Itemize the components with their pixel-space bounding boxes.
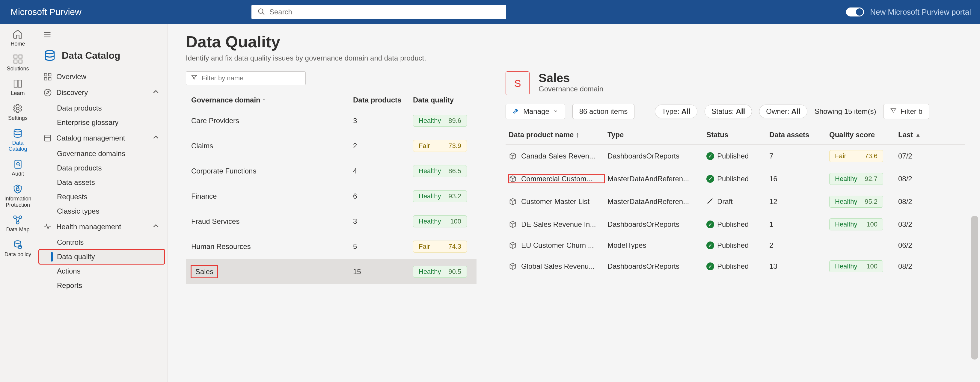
check-icon: ✓ (706, 175, 714, 183)
nav-cm-gov-domains[interactable]: Governance domains (39, 146, 164, 161)
manage-button[interactable]: Manage (506, 103, 565, 119)
dp-table-header: Data product name ↑ Type Status Data ass… (506, 125, 965, 145)
nav-cm-data-assets[interactable]: Data assets (39, 175, 164, 189)
rail-data-catalog[interactable]: Data Catalog (8, 128, 27, 152)
portal-toggle[interactable] (846, 8, 864, 16)
nav-cm-classic-types[interactable]: Classic types (39, 204, 164, 218)
svg-point-19 (45, 51, 54, 54)
data-product-row[interactable]: Customer Master ListMasterDataAndReferen… (506, 190, 965, 213)
col-gov-domain[interactable]: Governance domain (191, 96, 353, 104)
nav-cm-data-products[interactable]: Data products (39, 161, 164, 175)
dp-name: Canada Sales Reven... (509, 152, 605, 160)
filter-input[interactable] (202, 74, 301, 82)
rail-settings[interactable]: Settings (8, 103, 27, 121)
rail-data-policy[interactable]: Data policy (5, 239, 31, 258)
dp-last: 08/2 (898, 262, 940, 271)
draft-icon (706, 197, 714, 207)
filter-button[interactable]: Filter b (883, 104, 929, 119)
domain-row[interactable]: Corporate Functions4Healthy86.5 (186, 159, 477, 184)
nav-hm-controls[interactable]: Controls (39, 235, 164, 250)
hamburger-icon[interactable] (43, 30, 160, 41)
dp-quality: Fair73.6 (829, 150, 895, 162)
domain-quality: Healthy86.5 (413, 165, 482, 177)
pill-status[interactable]: Status: All (705, 105, 752, 118)
svg-point-13 (16, 221, 19, 224)
col-data-quality[interactable]: Data quality (413, 96, 482, 104)
scrollbar[interactable] (971, 216, 978, 360)
rail-learn[interactable]: Learn (11, 78, 25, 97)
data-product-row[interactable]: EU Customer Churn ...ModelTypes✓Publishe… (506, 236, 965, 255)
svg-rect-5 (19, 60, 22, 63)
domain-quality: Healthy100 (413, 215, 482, 228)
data-product-row[interactable]: Canada Sales Reven...DashboardsOrReports… (506, 145, 965, 167)
global-search[interactable] (251, 5, 506, 19)
domain-quality: Fair73.9 (413, 140, 482, 152)
col-dp-qs[interactable]: Quality score (829, 131, 895, 139)
rail-info-protection[interactable]: Information Protection (4, 184, 31, 208)
pill-type[interactable]: Type: All (655, 105, 697, 118)
svg-point-6 (16, 107, 19, 110)
col-dp-status[interactable]: Status (706, 131, 766, 139)
data-product-row[interactable]: DE Sales Revenue In...DashboardsOrReport… (506, 213, 965, 236)
col-dp-type[interactable]: Type (608, 131, 703, 139)
domain-row[interactable]: Claims2Fair73.9 (186, 133, 477, 159)
svg-point-7 (14, 129, 21, 132)
dp-type: MasterDataAndReferen... (608, 197, 703, 206)
filter-by-name[interactable] (186, 71, 306, 85)
page-title: Data Quality (186, 32, 968, 51)
dp-name: Global Sales Revenu... (509, 262, 605, 271)
rail-solutions[interactable]: Solutions (6, 54, 29, 72)
col-data-products[interactable]: Data products (353, 96, 413, 104)
domain-title: Sales (539, 71, 603, 85)
nav-discovery[interactable]: Discovery (39, 84, 164, 101)
data-product-row[interactable]: Global Sales Revenu...DashboardsOrReport… (506, 255, 965, 278)
dp-quality: -- (829, 241, 895, 250)
col-dp-name[interactable]: Data product name ↑ (509, 131, 605, 139)
domain-product-count: 4 (353, 167, 413, 175)
dp-assets: 2 (769, 241, 826, 250)
svg-rect-2 (14, 55, 17, 58)
data-product-row[interactable]: Commercial Custom...MasterDataAndReferen… (506, 167, 965, 190)
pill-owner[interactable]: Owner: All (759, 105, 807, 118)
panel-title: Data Catalog (43, 49, 160, 62)
action-items-button[interactable]: 86 action items (573, 104, 635, 119)
nav-hm-actions[interactable]: Actions (39, 264, 164, 279)
col-dp-last[interactable]: Last▲ (898, 131, 940, 139)
dp-status: ✓Published (706, 175, 766, 183)
svg-rect-10 (16, 188, 19, 191)
search-input[interactable] (269, 8, 500, 16)
nav-hm-data-quality[interactable]: Data quality (39, 250, 164, 264)
domain-row[interactable]: Sales15Healthy90.5 (186, 259, 477, 284)
rail-data-map[interactable]: Data Map (6, 215, 29, 233)
dp-status: ✓Published (706, 262, 766, 271)
svg-rect-23 (49, 78, 51, 80)
nav-cm-requests[interactable]: Requests (39, 189, 164, 204)
col-dp-assets[interactable]: Data assets (769, 131, 826, 139)
svg-rect-20 (45, 73, 47, 76)
nav-panel: Data Catalog Overview Discovery Data pro… (36, 24, 168, 382)
domain-row[interactable]: Human Resources5Fair74.3 (186, 234, 477, 259)
nav-discovery-glossary[interactable]: Enterprise glossary (39, 115, 164, 130)
domain-name: Corporate Functions (191, 167, 353, 175)
domain-name: Fraud Services (191, 217, 353, 226)
nav-discovery-data-products[interactable]: Data products (39, 101, 164, 115)
nav-health-mgmt[interactable]: Health management (39, 218, 164, 235)
rail-audit[interactable]: Audit (12, 159, 24, 177)
nav-overview[interactable]: Overview (39, 69, 164, 84)
check-icon: ✓ (706, 263, 714, 270)
domain-name: Sales (191, 266, 353, 278)
domain-row[interactable]: Finance6Healthy93.2 (186, 184, 477, 209)
domain-product-count: 15 (353, 267, 413, 276)
domain-row[interactable]: Care Providers3Healthy89.6 (186, 108, 477, 133)
dp-status: ✓Published (706, 152, 766, 160)
dp-quality: Healthy100 (829, 218, 895, 231)
rail-home[interactable]: Home (11, 29, 25, 47)
domain-product-count: 5 (353, 242, 413, 251)
chevron-down-icon (553, 107, 558, 116)
nav-catalog-mgmt[interactable]: Catalog management (39, 130, 164, 146)
domain-quality: Healthy90.5 (413, 266, 482, 278)
dp-type: MasterDataAndReferen... (608, 175, 703, 183)
dp-type: ModelTypes (608, 241, 703, 250)
nav-hm-reports[interactable]: Reports (39, 279, 164, 293)
domain-row[interactable]: Fraud Services3Healthy100 (186, 209, 477, 234)
